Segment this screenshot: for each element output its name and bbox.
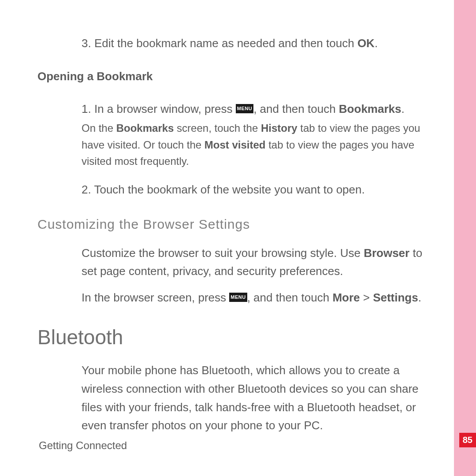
list-number: 3. [82,37,94,50]
list-item-edit-bookmark: 3. Edit the bookmark name as needed and … [82,35,423,52]
bold-bookmarks: Bookmarks [116,122,174,134]
bold-ok: OK [357,37,375,50]
text: , and then touch [247,291,333,304]
text: . [375,37,378,50]
text: In the browser screen, press [82,291,229,304]
list-item-open-step2: 2. Touch the bookmark of the website you… [82,182,423,198]
bold-settings: Settings [373,291,418,304]
text: . [418,291,421,304]
heading-customizing: Customizing the Browser Settings [37,217,423,232]
heading-opening-bookmark: Opening a Bookmark [37,70,423,83]
bluetooth-para: Your mobile phone has Bluetooth, which a… [82,361,423,435]
customize-para-1: Customize the browser to suit your brows… [82,244,423,281]
text: In a browser window, press [94,102,236,115]
text: > [360,291,373,304]
bold-bookmarks: Bookmarks [339,102,402,115]
menu-key-icon: MENU [236,104,253,113]
side-accent-bar: 85 [454,0,476,476]
bold-history: History [261,122,298,134]
list-number: 1. [82,102,94,115]
list-number: 2. [82,183,94,196]
bold-most-visited: Most visited [205,139,266,151]
sub-note: On the Bookmarks screen, touch the Histo… [82,120,423,169]
text: screen, touch the [174,122,260,134]
list-item-open-step1: 1. In a browser window, press MENU, and … [82,101,423,169]
text: On the [82,122,116,134]
text: Customize the browser to suit your brows… [82,246,364,260]
text: , and then touch [253,102,339,115]
text: Touch the bookmark of the website you wa… [94,183,364,196]
menu-key-icon: MENU [229,293,247,302]
text: . [401,102,404,115]
page-number-badge: 85 [459,433,476,447]
bold-more: More [332,291,360,304]
heading-bluetooth: Bluetooth [37,325,423,349]
footer-section-title: Getting Connected [39,439,127,452]
customize-para-2: In the browser screen, press MENU, and t… [82,289,423,307]
page-content: 3. Edit the bookmark name as needed and … [0,0,450,461]
text: Edit the bookmark name as needed and the… [94,37,357,50]
bold-browser: Browser [364,246,409,260]
